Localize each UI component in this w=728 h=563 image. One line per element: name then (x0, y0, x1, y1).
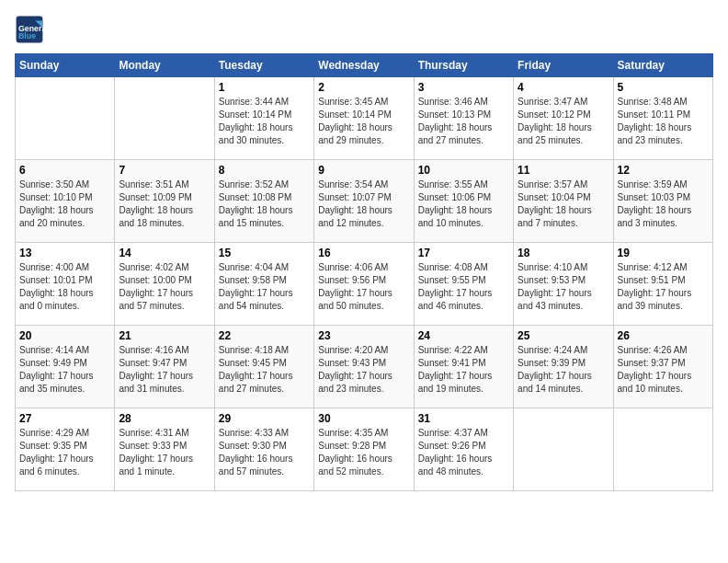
calendar-cell (514, 408, 613, 491)
day-number: 25 (518, 329, 609, 342)
day-info: Sunrise: 3:44 AM Sunset: 10:14 PM Daylig… (219, 96, 310, 147)
day-number: 10 (418, 164, 509, 177)
day-number: 19 (618, 247, 709, 259)
day-number: 1 (219, 81, 310, 94)
day-info: Sunrise: 4:10 AM Sunset: 9:53 PM Dayligh… (518, 261, 609, 313)
day-info: Sunrise: 4:37 AM Sunset: 9:26 PM Dayligh… (418, 427, 509, 478)
calendar-cell: 10Sunrise: 3:55 AM Sunset: 10:06 PM Dayl… (414, 160, 513, 243)
day-info: Sunrise: 4:16 AM Sunset: 9:47 PM Dayligh… (119, 344, 210, 396)
calendar-week-row: 20Sunrise: 4:14 AM Sunset: 9:49 PM Dayli… (16, 326, 713, 408)
calendar-week-row: 1Sunrise: 3:44 AM Sunset: 10:14 PM Dayli… (16, 77, 713, 160)
day-info: Sunrise: 3:55 AM Sunset: 10:06 PM Daylig… (418, 178, 509, 230)
weekday-header: Tuesday (214, 54, 313, 77)
calendar-table: SundayMondayTuesdayWednesdayThursdayFrid… (15, 53, 713, 491)
calendar-cell: 12Sunrise: 3:59 AM Sunset: 10:03 PM Dayl… (613, 160, 712, 243)
calendar-cell: 3Sunrise: 3:46 AM Sunset: 10:13 PM Dayli… (414, 77, 513, 160)
day-info: Sunrise: 4:14 AM Sunset: 9:49 PM Dayligh… (19, 344, 110, 396)
day-number: 31 (418, 412, 509, 425)
calendar-cell: 18Sunrise: 4:10 AM Sunset: 9:53 PM Dayli… (514, 243, 613, 326)
day-number: 2 (318, 81, 409, 94)
weekday-header: Thursday (414, 54, 513, 77)
logo-icon: General Blue (15, 15, 44, 44)
calendar-cell: 7Sunrise: 3:51 AM Sunset: 10:09 PM Dayli… (115, 160, 214, 243)
day-info: Sunrise: 3:48 AM Sunset: 10:11 PM Daylig… (618, 96, 709, 147)
calendar-cell: 21Sunrise: 4:16 AM Sunset: 9:47 PM Dayli… (115, 326, 214, 408)
calendar-cell: 28Sunrise: 4:31 AM Sunset: 9:33 PM Dayli… (115, 408, 214, 491)
day-number: 26 (618, 329, 709, 342)
calendar-cell: 1Sunrise: 3:44 AM Sunset: 10:14 PM Dayli… (214, 77, 313, 160)
day-number: 6 (19, 164, 110, 177)
calendar-cell: 22Sunrise: 4:18 AM Sunset: 9:45 PM Dayli… (214, 326, 313, 408)
day-number: 16 (318, 247, 409, 259)
day-info: Sunrise: 3:50 AM Sunset: 10:10 PM Daylig… (19, 178, 110, 230)
calendar-cell: 11Sunrise: 3:57 AM Sunset: 10:04 PM Dayl… (514, 160, 613, 243)
day-info: Sunrise: 4:24 AM Sunset: 9:39 PM Dayligh… (518, 344, 609, 396)
calendar-week-row: 13Sunrise: 4:00 AM Sunset: 10:01 PM Dayl… (16, 243, 713, 326)
calendar-cell: 17Sunrise: 4:08 AM Sunset: 9:55 PM Dayli… (414, 243, 513, 326)
day-info: Sunrise: 4:08 AM Sunset: 9:55 PM Dayligh… (418, 261, 509, 313)
calendar-cell: 2Sunrise: 3:45 AM Sunset: 10:14 PM Dayli… (314, 77, 414, 160)
day-number: 28 (119, 412, 210, 425)
day-info: Sunrise: 4:22 AM Sunset: 9:41 PM Dayligh… (418, 344, 509, 396)
calendar-cell (16, 77, 115, 160)
calendar-cell: 14Sunrise: 4:02 AM Sunset: 10:00 PM Dayl… (115, 243, 214, 326)
day-info: Sunrise: 4:06 AM Sunset: 9:56 PM Dayligh… (318, 261, 409, 313)
calendar-cell: 31Sunrise: 4:37 AM Sunset: 9:26 PM Dayli… (414, 408, 513, 491)
calendar-cell: 20Sunrise: 4:14 AM Sunset: 9:49 PM Dayli… (16, 326, 115, 408)
calendar-cell (115, 77, 214, 160)
weekday-header: Saturday (613, 54, 712, 77)
day-number: 15 (219, 247, 310, 259)
day-info: Sunrise: 3:59 AM Sunset: 10:03 PM Daylig… (618, 178, 709, 230)
calendar-cell: 26Sunrise: 4:26 AM Sunset: 9:37 PM Dayli… (613, 326, 712, 408)
weekday-header: Sunday (16, 54, 115, 77)
day-number: 27 (19, 412, 110, 425)
page-header: General Blue (15, 15, 713, 44)
day-number: 8 (219, 164, 310, 177)
day-info: Sunrise: 4:00 AM Sunset: 10:01 PM Daylig… (19, 261, 110, 313)
calendar-cell: 23Sunrise: 4:20 AM Sunset: 9:43 PM Dayli… (314, 326, 414, 408)
calendar-cell: 24Sunrise: 4:22 AM Sunset: 9:41 PM Dayli… (414, 326, 513, 408)
day-info: Sunrise: 3:57 AM Sunset: 10:04 PM Daylig… (518, 178, 609, 230)
calendar-cell: 16Sunrise: 4:06 AM Sunset: 9:56 PM Dayli… (314, 243, 414, 326)
day-number: 14 (119, 247, 210, 259)
day-number: 17 (418, 247, 509, 259)
day-number: 20 (19, 329, 110, 342)
day-number: 24 (418, 329, 509, 342)
day-info: Sunrise: 4:18 AM Sunset: 9:45 PM Dayligh… (219, 344, 310, 396)
day-info: Sunrise: 3:51 AM Sunset: 10:09 PM Daylig… (119, 178, 210, 230)
day-info: Sunrise: 4:29 AM Sunset: 9:35 PM Dayligh… (19, 427, 110, 478)
logo: General Blue (15, 15, 48, 44)
calendar-cell: 30Sunrise: 4:35 AM Sunset: 9:28 PM Dayli… (314, 408, 414, 491)
day-number: 29 (219, 412, 310, 425)
calendar-week-row: 27Sunrise: 4:29 AM Sunset: 9:35 PM Dayli… (16, 408, 713, 491)
calendar-cell: 6Sunrise: 3:50 AM Sunset: 10:10 PM Dayli… (16, 160, 115, 243)
calendar-cell: 15Sunrise: 4:04 AM Sunset: 9:58 PM Dayli… (214, 243, 313, 326)
day-info: Sunrise: 4:04 AM Sunset: 9:58 PM Dayligh… (219, 261, 310, 313)
day-info: Sunrise: 3:45 AM Sunset: 10:14 PM Daylig… (318, 96, 409, 147)
day-number: 9 (318, 164, 409, 177)
weekday-header: Monday (115, 54, 214, 77)
calendar-cell: 25Sunrise: 4:24 AM Sunset: 9:39 PM Dayli… (514, 326, 613, 408)
calendar-cell: 13Sunrise: 4:00 AM Sunset: 10:01 PM Dayl… (16, 243, 115, 326)
day-number: 11 (518, 164, 609, 177)
day-number: 3 (418, 81, 509, 94)
calendar-cell: 5Sunrise: 3:48 AM Sunset: 10:11 PM Dayli… (613, 77, 712, 160)
day-number: 13 (19, 247, 110, 259)
weekday-header: Friday (514, 54, 613, 77)
day-info: Sunrise: 3:46 AM Sunset: 10:13 PM Daylig… (418, 96, 509, 147)
svg-text:Blue: Blue (18, 31, 36, 40)
day-info: Sunrise: 4:12 AM Sunset: 9:51 PM Dayligh… (618, 261, 709, 313)
day-info: Sunrise: 4:33 AM Sunset: 9:30 PM Dayligh… (219, 427, 310, 478)
day-info: Sunrise: 3:47 AM Sunset: 10:12 PM Daylig… (518, 96, 609, 147)
calendar-cell: 19Sunrise: 4:12 AM Sunset: 9:51 PM Dayli… (613, 243, 712, 326)
day-info: Sunrise: 3:54 AM Sunset: 10:07 PM Daylig… (318, 178, 409, 230)
calendar-cell: 29Sunrise: 4:33 AM Sunset: 9:30 PM Dayli… (214, 408, 313, 491)
day-number: 22 (219, 329, 310, 342)
day-info: Sunrise: 4:31 AM Sunset: 9:33 PM Dayligh… (119, 427, 210, 478)
day-number: 21 (119, 329, 210, 342)
day-info: Sunrise: 4:20 AM Sunset: 9:43 PM Dayligh… (318, 344, 409, 396)
day-info: Sunrise: 4:26 AM Sunset: 9:37 PM Dayligh… (618, 344, 709, 396)
day-number: 5 (618, 81, 709, 94)
calendar-cell: 9Sunrise: 3:54 AM Sunset: 10:07 PM Dayli… (314, 160, 414, 243)
day-number: 18 (518, 247, 609, 259)
